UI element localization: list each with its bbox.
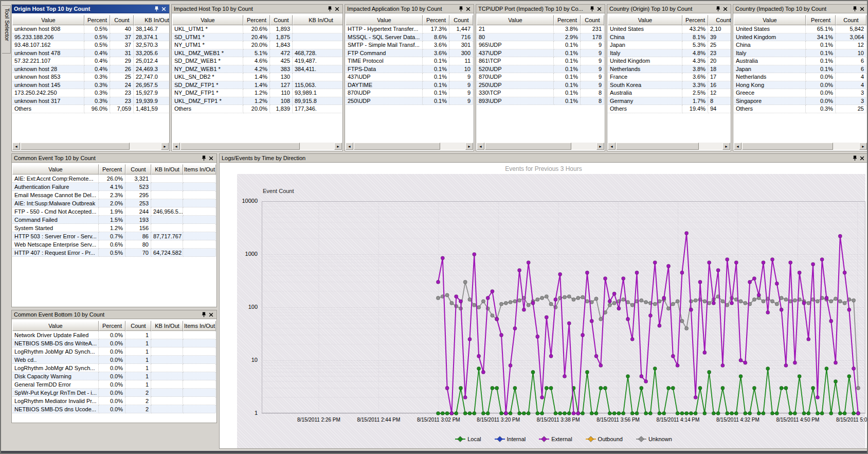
scroll-right-button[interactable]: ► (161, 143, 169, 150)
table-row[interactable]: FTP Command3.6%300 (346, 49, 473, 58)
scroll-thumb[interactable] (616, 143, 699, 150)
table-row[interactable]: China8.1%39 (608, 33, 731, 42)
table-row[interactable]: Japan5.3%25 (608, 41, 731, 49)
table-row[interactable]: SD_DMZ_WEB1 *4.6%425419,487. (172, 57, 342, 65)
pin-icon[interactable] (200, 311, 207, 318)
pin-icon[interactable] (326, 6, 333, 12)
close-icon[interactable] (207, 155, 214, 162)
table-row[interactable]: China0.1%12 (734, 41, 866, 49)
pin-icon[interactable] (851, 155, 858, 162)
table-row[interactable]: 861\TCP0.1%9 (477, 57, 604, 65)
table-row[interactable]: 93.48.107.1620.5%3732,570.3 (12, 41, 169, 49)
pin-icon[interactable] (588, 6, 595, 12)
table-row[interactable]: General TermDD Error0.0%1 (12, 380, 216, 389)
table-row[interactable]: Netherlands3.8%18 (608, 65, 731, 74)
table-row[interactable]: LogRhythm JobMgr AD Synch...0.0%1 (12, 347, 216, 356)
horizontal-scrollbar[interactable]: ◄► (346, 143, 473, 150)
column-header-kb-in-out[interactable]: KB In/Out (151, 321, 183, 331)
column-header-percent[interactable]: Percent (243, 15, 270, 25)
table-row[interactable]: NY_DMZ_FTP1 *1.2%11093,989.1 (172, 89, 342, 97)
panel-impacted-host-titlebar[interactable]: Impacted Host Top 10 by Count (172, 5, 342, 13)
table-row[interactable]: Australia2.5%12 (608, 89, 731, 97)
horizontal-scrollbar[interactable]: ◄► (172, 143, 342, 150)
scroll-thumb[interactable] (180, 143, 300, 150)
table-row[interactable]: Disk Capacity Warning0.0%1 (12, 372, 216, 380)
column-header-value[interactable]: Value (734, 15, 806, 25)
table-row[interactable]: MSSQL - SQL Server Data...8.6%716 (346, 33, 473, 42)
pin-icon[interactable] (153, 6, 160, 12)
table-row[interactable]: 250\UDP0.1%9 (477, 81, 604, 90)
column-header-percent[interactable]: Percent (99, 321, 125, 331)
table-row[interactable]: Others20.0%1,839177,346. (172, 105, 342, 113)
scroll-left-button[interactable]: ◄ (172, 143, 180, 150)
table-row[interactable]: SMTP - Simple Mail Transf...3.6%301 (346, 41, 473, 49)
table-row[interactable]: HTTP 503 : Server Error - Serv...0.7%868… (12, 232, 216, 240)
scroll-left-button[interactable]: ◄ (477, 143, 484, 150)
table-row[interactable]: 870\UDP0.1%9 (477, 73, 604, 81)
tool-selector-tab[interactable]: Tool Selector (2, 5, 11, 54)
table-row[interactable]: Japan0.1%6 (734, 65, 866, 74)
table-row[interactable]: UKL_DMZ_FTP1 *1.2%10889,915.8 (172, 97, 342, 106)
table-row[interactable]: System Started1.2%156 (12, 224, 216, 232)
scroll-left-button[interactable]: ◄ (608, 143, 616, 150)
table-row[interactable]: Netherlands0.0%4 (734, 73, 866, 81)
scroll-right-button[interactable]: ► (859, 143, 867, 150)
column-header-items-in-out[interactable]: Items In/Out (183, 164, 216, 174)
horizontal-scrollbar[interactable]: ◄► (12, 143, 169, 150)
table-row[interactable]: unknown host 280.4%2624,469.3 (12, 65, 169, 74)
table-row[interactable]: Singapore0.0%3 (734, 97, 866, 106)
scroll-thumb[interactable] (742, 143, 833, 150)
table-row[interactable]: TIME Protocol0.1%11 (346, 57, 473, 65)
column-header-value[interactable]: Value (172, 15, 243, 25)
table-row[interactable]: France3.6%17 (608, 73, 731, 81)
column-header-value[interactable]: Value (12, 15, 84, 25)
table-row[interactable]: FTPS-Data0.1%10 (346, 65, 473, 74)
table-row[interactable]: UKL_UTM1 *20.6%1,893 (172, 25, 342, 33)
scroll-right-button[interactable]: ► (465, 143, 473, 150)
table-row[interactable]: Email Message Cannot Be Del...2.3%295 (12, 191, 216, 199)
table-row[interactable]: 173.250.242.2500.3%2315,927.9 (12, 89, 169, 97)
table-row[interactable]: LogRhythm Mediator Invalid Pr...0.0%2 (12, 397, 216, 405)
table-row[interactable]: Network Driver Update Failed0.0%1 (12, 331, 216, 339)
panel-impacted-application-titlebar[interactable]: Impacted Application Top 10 by Count (345, 5, 474, 13)
column-header-count[interactable]: Count (125, 321, 151, 331)
table-row[interactable]: UKL_DMZ_WEB1 *5.1%472468,728. (172, 49, 342, 58)
close-icon[interactable] (207, 311, 214, 318)
table-row[interactable]: 437\UDP0.1%9 (477, 49, 604, 58)
table-row[interactable]: FTP - 550 - Cmd Not Accepted...1.9%24424… (12, 207, 216, 216)
column-header-percent[interactable]: Percent (423, 15, 449, 25)
horizontal-scrollbar[interactable]: ◄► (608, 143, 730, 150)
panel-country-impacted-titlebar[interactable]: Country (Impacted) Top 10 by Count (733, 5, 867, 13)
close-icon[interactable] (595, 6, 603, 12)
column-header-percent[interactable]: Percent (554, 15, 581, 25)
scroll-right-button[interactable]: ► (596, 143, 604, 150)
table-row[interactable]: DAYTIME0.1%9 (346, 81, 473, 90)
close-icon[interactable] (858, 6, 865, 12)
table-row[interactable]: 893\UDP0.1%8 (477, 97, 604, 106)
table-row[interactable]: NETBIOS SMB-DS dns WriteA...0.0%1 (12, 339, 216, 347)
column-header-value[interactable]: Value (477, 15, 554, 25)
horizontal-scrollbar[interactable]: ◄► (734, 143, 867, 150)
pin-icon[interactable] (457, 6, 464, 12)
column-header-kb-in-out[interactable]: KB In/Out (293, 15, 342, 25)
table-row[interactable]: Hong Kong0.0%4 (734, 81, 866, 90)
pin-icon[interactable] (200, 155, 207, 162)
table-row[interactable]: NY_DMZ_WEB1 *4.2%383384,411. (172, 65, 342, 74)
table-row[interactable]: Web cd..0.0%1 (12, 356, 216, 364)
column-header-value[interactable]: Value (12, 164, 99, 174)
table-row[interactable]: 520\UDP0.1%9 (477, 65, 604, 74)
table-row[interactable]: Germany1.7%8 (608, 97, 731, 106)
table-row[interactable]: SD_UTM1 *20.4%1,875 (172, 33, 342, 42)
column-header-percent[interactable]: Percent (682, 15, 708, 25)
table-row[interactable]: unknown host 4780.4%3133,205.6 (12, 49, 169, 58)
table-row[interactable]: unknown host 1450.3%2426,957.5 (12, 81, 169, 90)
table-row[interactable]: United States65.1%5,842 (734, 25, 866, 33)
scroll-thumb[interactable] (485, 143, 571, 150)
table-row[interactable]: 213.8%231 (477, 25, 604, 33)
table-row[interactable]: Others19.4%94 (608, 105, 731, 113)
column-header-percent[interactable]: Percent (84, 15, 110, 25)
scroll-thumb[interactable] (354, 143, 440, 150)
panel-country-origin-titlebar[interactable]: Country (Origin) Top 10 by Count (607, 5, 731, 13)
table-row[interactable]: NY_UTM1 *20.0%1,843 (172, 41, 342, 49)
panel-common-event-top-titlebar[interactable]: Common Event Top 10 by Count (12, 154, 216, 163)
